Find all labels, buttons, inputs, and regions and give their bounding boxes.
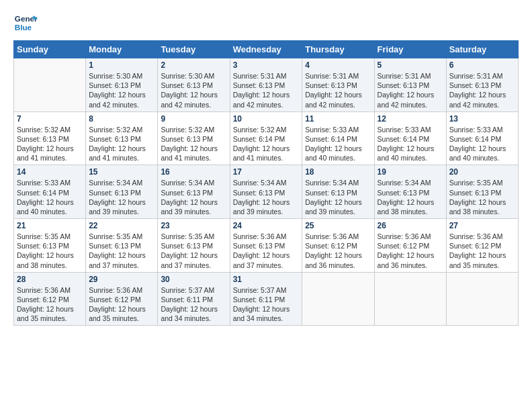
day-number: 22 — [89, 221, 154, 230]
calendar-cell: 25Sunrise: 5:36 AMSunset: 6:12 PMDayligh… — [302, 219, 374, 273]
day-info: Sunrise: 5:35 AMSunset: 6:13 PMDaylight:… — [449, 178, 515, 216]
svg-text:Blue: Blue — [15, 23, 32, 32]
day-number: 11 — [305, 114, 371, 124]
calendar-cell: 8Sunrise: 5:32 AMSunset: 6:13 PMDaylight… — [86, 111, 158, 165]
day-info: Sunrise: 5:35 AMSunset: 6:13 PMDaylight:… — [161, 232, 226, 270]
day-number: 13 — [449, 114, 515, 124]
day-info: Sunrise: 5:33 AMSunset: 6:14 PMDaylight:… — [378, 125, 443, 163]
day-header-thursday: Thursday — [302, 41, 374, 58]
day-info: Sunrise: 5:34 AMSunset: 6:13 PMDaylight:… — [89, 178, 154, 216]
day-number: 31 — [233, 275, 300, 284]
calendar-cell — [14, 58, 86, 112]
calendar-cell: 2Sunrise: 5:30 AMSunset: 6:13 PMDaylight… — [158, 58, 230, 112]
day-info: Sunrise: 5:31 AMSunset: 6:13 PMDaylight:… — [305, 71, 371, 109]
calendar-cell: 22Sunrise: 5:35 AMSunset: 6:13 PMDayligh… — [86, 219, 158, 273]
day-info: Sunrise: 5:34 AMSunset: 6:13 PMDaylight:… — [161, 178, 226, 216]
day-number: 21 — [17, 221, 83, 230]
calendar-cell: 7Sunrise: 5:32 AMSunset: 6:13 PMDaylight… — [14, 111, 86, 165]
day-info: Sunrise: 5:37 AMSunset: 6:11 PMDaylight:… — [161, 285, 226, 324]
day-info: Sunrise: 5:32 AMSunset: 6:13 PMDaylight:… — [161, 125, 226, 163]
calendar-week-row: 21Sunrise: 5:35 AMSunset: 6:13 PMDayligh… — [14, 219, 519, 273]
calendar-table: SundayMondayTuesdayWednesdayThursdayFrid… — [13, 40, 519, 326]
calendar-cell: 21Sunrise: 5:35 AMSunset: 6:13 PMDayligh… — [14, 219, 86, 273]
calendar-cell: 6Sunrise: 5:31 AMSunset: 6:13 PMDaylight… — [446, 58, 518, 112]
calendar-cell: 5Sunrise: 5:31 AMSunset: 6:13 PMDaylight… — [374, 58, 446, 112]
day-number: 17 — [233, 167, 300, 177]
day-header-tuesday: Tuesday — [158, 41, 230, 58]
day-info: Sunrise: 5:36 AMSunset: 6:12 PMDaylight:… — [17, 285, 83, 324]
day-header-wednesday: Wednesday — [230, 41, 302, 58]
calendar-cell: 27Sunrise: 5:36 AMSunset: 6:12 PMDayligh… — [446, 219, 518, 273]
day-number: 25 — [305, 221, 371, 230]
calendar-cell: 20Sunrise: 5:35 AMSunset: 6:13 PMDayligh… — [446, 165, 518, 219]
day-info: Sunrise: 5:33 AMSunset: 6:14 PMDaylight:… — [449, 125, 515, 163]
calendar-cell: 30Sunrise: 5:37 AMSunset: 6:11 PMDayligh… — [158, 272, 230, 326]
calendar-cell: 29Sunrise: 5:36 AMSunset: 6:12 PMDayligh… — [86, 272, 158, 326]
day-info: Sunrise: 5:31 AMSunset: 6:13 PMDaylight:… — [378, 71, 443, 109]
day-number: 3 — [233, 60, 300, 70]
day-info: Sunrise: 5:31 AMSunset: 6:13 PMDaylight:… — [233, 71, 300, 109]
day-info: Sunrise: 5:36 AMSunset: 6:12 PMDaylight:… — [89, 285, 154, 324]
day-number: 29 — [89, 275, 154, 284]
day-header-sunday: Sunday — [14, 41, 86, 58]
calendar-cell: 3Sunrise: 5:31 AMSunset: 6:13 PMDaylight… — [230, 58, 302, 112]
day-info: Sunrise: 5:32 AMSunset: 6:14 PMDaylight:… — [233, 125, 300, 163]
calendar-week-row: 7Sunrise: 5:32 AMSunset: 6:13 PMDaylight… — [14, 111, 519, 165]
logo: General Blue — [13, 11, 38, 35]
calendar-cell — [302, 272, 374, 326]
day-number: 15 — [89, 167, 154, 177]
calendar-cell: 10Sunrise: 5:32 AMSunset: 6:14 PMDayligh… — [230, 111, 302, 165]
day-info: Sunrise: 5:34 AMSunset: 6:13 PMDaylight:… — [305, 178, 371, 216]
day-info: Sunrise: 5:34 AMSunset: 6:13 PMDaylight:… — [378, 178, 443, 216]
day-number: 9 — [161, 114, 226, 124]
day-number: 18 — [305, 167, 371, 177]
day-info: Sunrise: 5:36 AMSunset: 6:12 PMDaylight:… — [305, 232, 371, 270]
calendar-cell: 18Sunrise: 5:34 AMSunset: 6:13 PMDayligh… — [302, 165, 374, 219]
calendar-cell: 9Sunrise: 5:32 AMSunset: 6:13 PMDaylight… — [158, 111, 230, 165]
day-number: 26 — [378, 221, 443, 230]
day-number: 19 — [378, 167, 443, 177]
calendar-cell — [446, 272, 518, 326]
day-info: Sunrise: 5:33 AMSunset: 6:14 PMDaylight:… — [17, 178, 83, 216]
day-number: 14 — [17, 167, 83, 177]
calendar-cell: 19Sunrise: 5:34 AMSunset: 6:13 PMDayligh… — [374, 165, 446, 219]
day-header-friday: Friday — [374, 41, 446, 58]
day-info: Sunrise: 5:30 AMSunset: 6:13 PMDaylight:… — [161, 71, 226, 109]
day-number: 4 — [305, 60, 371, 70]
day-info: Sunrise: 5:33 AMSunset: 6:14 PMDaylight:… — [305, 125, 371, 163]
calendar-cell: 28Sunrise: 5:36 AMSunset: 6:12 PMDayligh… — [14, 272, 86, 326]
day-number: 7 — [17, 114, 83, 124]
day-number: 28 — [17, 275, 83, 284]
day-info: Sunrise: 5:37 AMSunset: 6:11 PMDaylight:… — [233, 285, 300, 324]
day-number: 5 — [378, 60, 443, 70]
calendar-cell: 13Sunrise: 5:33 AMSunset: 6:14 PMDayligh… — [446, 111, 518, 165]
calendar-cell — [374, 272, 446, 326]
day-number: 23 — [161, 221, 226, 230]
calendar-cell: 17Sunrise: 5:34 AMSunset: 6:13 PMDayligh… — [230, 165, 302, 219]
calendar-week-row: 14Sunrise: 5:33 AMSunset: 6:14 PMDayligh… — [14, 165, 519, 219]
calendar-cell: 11Sunrise: 5:33 AMSunset: 6:14 PMDayligh… — [302, 111, 374, 165]
calendar-cell: 12Sunrise: 5:33 AMSunset: 6:14 PMDayligh… — [374, 111, 446, 165]
calendar-cell: 14Sunrise: 5:33 AMSunset: 6:14 PMDayligh… — [14, 165, 86, 219]
calendar-cell: 23Sunrise: 5:35 AMSunset: 6:13 PMDayligh… — [158, 219, 230, 273]
day-number: 10 — [233, 114, 300, 124]
calendar-cell: 16Sunrise: 5:34 AMSunset: 6:13 PMDayligh… — [158, 165, 230, 219]
day-info: Sunrise: 5:36 AMSunset: 6:12 PMDaylight:… — [378, 232, 443, 270]
day-info: Sunrise: 5:35 AMSunset: 6:13 PMDaylight:… — [89, 232, 154, 270]
day-info: Sunrise: 5:32 AMSunset: 6:13 PMDaylight:… — [89, 125, 154, 163]
day-number: 20 — [449, 167, 515, 177]
day-number: 12 — [378, 114, 443, 124]
day-number: 16 — [161, 167, 226, 177]
page-header: General Blue — [13, 11, 519, 35]
calendar-cell: 1Sunrise: 5:30 AMSunset: 6:13 PMDaylight… — [86, 58, 158, 112]
day-info: Sunrise: 5:30 AMSunset: 6:13 PMDaylight:… — [89, 71, 154, 109]
day-header-saturday: Saturday — [446, 41, 518, 58]
calendar-week-row: 28Sunrise: 5:36 AMSunset: 6:12 PMDayligh… — [14, 272, 519, 326]
day-number: 27 — [449, 221, 515, 230]
calendar-week-row: 1Sunrise: 5:30 AMSunset: 6:13 PMDaylight… — [14, 58, 519, 112]
day-number: 6 — [449, 60, 515, 70]
day-info: Sunrise: 5:36 AMSunset: 6:12 PMDaylight:… — [449, 232, 515, 270]
calendar-cell: 15Sunrise: 5:34 AMSunset: 6:13 PMDayligh… — [86, 165, 158, 219]
day-info: Sunrise: 5:32 AMSunset: 6:13 PMDaylight:… — [17, 125, 83, 163]
day-info: Sunrise: 5:31 AMSunset: 6:13 PMDaylight:… — [449, 71, 515, 109]
